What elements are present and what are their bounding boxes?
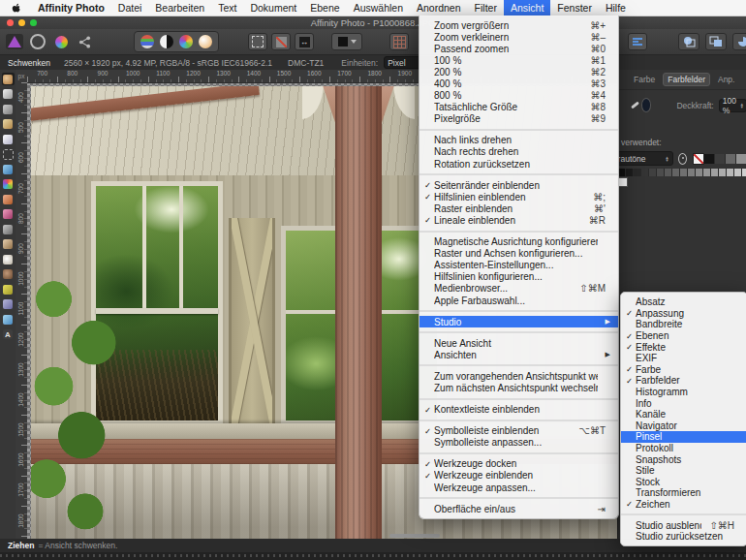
menu-item[interactable] <box>420 129 618 131</box>
menu-item[interactable]: EXIF <box>621 353 746 364</box>
menu-item[interactable] <box>420 420 618 421</box>
assistant-button[interactable] <box>331 33 362 50</box>
menu-item[interactable]: Stile <box>621 465 746 477</box>
swatch-options-icon[interactable] <box>678 153 687 165</box>
menu-item[interactable]: Assistenten-Einstellungen... <box>420 260 618 271</box>
insert-inside-button[interactable] <box>732 33 746 50</box>
swatch[interactable] <box>715 154 726 164</box>
swatch[interactable] <box>657 169 665 176</box>
swatch[interactable] <box>672 169 680 176</box>
opacity-select[interactable]: 100 % ▴▾ <box>719 99 746 112</box>
menubar-item[interactable]: Ebene <box>303 0 346 16</box>
menu-item[interactable] <box>420 173 618 175</box>
menu-item[interactable] <box>420 398 618 400</box>
swatch[interactable] <box>719 169 727 176</box>
eyedropper-icon[interactable] <box>630 100 637 110</box>
pixel-tool[interactable] <box>2 223 15 235</box>
menu-item[interactable]: Pinsel <box>621 431 746 443</box>
panel-tab[interactable]: Farbfelder <box>663 73 710 86</box>
menu-item[interactable]: 800 % ⌘4 <box>420 90 618 102</box>
menubar-item[interactable]: Hilfe <box>599 0 633 16</box>
menu-item[interactable]: ✓ Seitenränder einblenden <box>420 179 618 191</box>
paint-brush-tool[interactable] <box>2 193 15 205</box>
menu-item[interactable]: Tatsächliche Größe ⌘8 <box>420 102 618 113</box>
no-colour-swatch[interactable] <box>693 153 704 165</box>
menu-item[interactable]: Apple Farbauswahl... <box>420 295 618 306</box>
swatch[interactable] <box>736 154 746 164</box>
insertion-target-button[interactable] <box>678 33 699 50</box>
menu-item[interactable]: Pixelgröße ⌘9 <box>420 113 618 125</box>
swatch[interactable] <box>618 177 628 187</box>
menu-item[interactable]: Protokoll <box>621 443 746 454</box>
swatch[interactable] <box>727 169 734 176</box>
menu-item[interactable]: Rotation zurücksetzen <box>420 158 618 170</box>
dodge-tool[interactable] <box>2 253 15 265</box>
menubar-item[interactable]: Auswählen <box>347 0 410 16</box>
swatch[interactable] <box>641 169 649 176</box>
swatch[interactable] <box>626 169 634 176</box>
menu-item[interactable]: Neue Ansicht <box>420 337 618 349</box>
auto-contrast-icon[interactable] <box>160 35 173 48</box>
auto-white-balance-icon[interactable] <box>199 35 212 48</box>
swatch[interactable] <box>634 169 641 176</box>
swatch[interactable] <box>696 169 703 176</box>
menu-item[interactable] <box>420 231 618 233</box>
menu-item[interactable]: ✓ Symbolleiste einblenden ⌥⌘T <box>420 425 618 437</box>
menu-item[interactable] <box>420 310 618 312</box>
menu-item[interactable]: Zoom vergrößern ⌘+ <box>420 19 618 31</box>
alignment-button[interactable] <box>628 33 647 50</box>
menu-item[interactable]: Raster und Achsen konfigurieren... <box>420 248 618 260</box>
menu-item[interactable]: Werkzeuge anpassen... <box>420 482 618 493</box>
photo-persona-icon[interactable] <box>6 34 23 49</box>
flood-select-tool[interactable] <box>2 133 15 145</box>
menu-item[interactable] <box>420 452 618 454</box>
menu-item[interactable]: Snapshots <box>621 453 746 465</box>
menu-item[interactable]: Studio zurücksetzen <box>621 531 746 543</box>
auto-colour-icon[interactable] <box>179 35 193 48</box>
current-colour-swatch[interactable] <box>641 98 651 112</box>
menubar-item[interactable]: Ansicht <box>504 0 550 16</box>
menu-item[interactable]: ✓ Zeichen <box>621 499 746 511</box>
mirror-view-button[interactable]: ↔ <box>295 33 314 50</box>
menu-item[interactable]: Nach rechts drehen <box>420 146 618 158</box>
menu-item[interactable]: ✓ Anpassung <box>621 308 746 320</box>
menubar-item[interactable]: Datei <box>111 0 149 16</box>
liquify-persona-icon[interactable] <box>52 34 70 49</box>
swatch[interactable] <box>726 154 736 164</box>
swatch[interactable] <box>688 169 696 176</box>
menu-item[interactable] <box>420 364 618 366</box>
menu-item[interactable]: Ansichten ▶ <box>420 349 618 360</box>
marquee-mode-button[interactable] <box>248 33 267 50</box>
menu-item[interactable]: ✓ Lineale einblenden ⌘R <box>420 214 618 226</box>
menu-item[interactable]: Histogramm <box>621 387 746 398</box>
swatch[interactable] <box>742 169 746 176</box>
menu-item[interactable] <box>420 331 618 333</box>
menu-item[interactable]: Passend zoomen ⌘0 <box>420 43 618 54</box>
swatch[interactable] <box>704 154 715 164</box>
menubar-item[interactable]: Filter <box>468 0 504 16</box>
menu-item[interactable]: Raster einblenden ⌘' <box>420 202 618 214</box>
crop-tool[interactable] <box>2 103 15 115</box>
menu-item[interactable]: Kanäle <box>621 409 746 420</box>
develop-persona-icon[interactable] <box>29 34 47 49</box>
menu-item[interactable]: Studio ▶ <box>420 316 618 327</box>
menu-item[interactable]: ✓ Farbe <box>621 364 746 376</box>
menu-item[interactable]: 200 % ⌘2 <box>420 66 618 78</box>
menu-item[interactable]: Bandbreite <box>621 319 746 330</box>
insert-behind-button[interactable] <box>705 33 727 50</box>
menu-item[interactable]: Hilfslinien konfigurieren... <box>420 271 618 283</box>
pixel-grid-button[interactable] <box>389 33 409 50</box>
menu-item[interactable]: Zoom verkleinern ⌘– <box>420 31 618 43</box>
panel-tab[interactable]: FX <box>742 74 746 85</box>
menu-item[interactable]: ✓ Farbfelder <box>621 375 746 387</box>
flood-fill-tool[interactable] <box>2 163 15 175</box>
menubar-item[interactable]: Affinity Photo <box>31 0 111 16</box>
menu-item[interactable]: ✓ Kontextleiste einblenden <box>420 404 618 416</box>
menu-item[interactable]: Zum nächsten Ansichtspunkt wechseln <box>420 382 618 393</box>
swatch[interactable] <box>665 169 672 176</box>
horizontal-scrollbar-thumb[interactable] <box>389 534 440 538</box>
menu-item[interactable]: Symbolleiste anpassen... <box>420 437 618 449</box>
snapping-toggle-button[interactable] <box>271 33 291 50</box>
apple-logo-icon[interactable] <box>0 0 31 16</box>
menu-item[interactable]: Nach links drehen <box>420 135 618 146</box>
